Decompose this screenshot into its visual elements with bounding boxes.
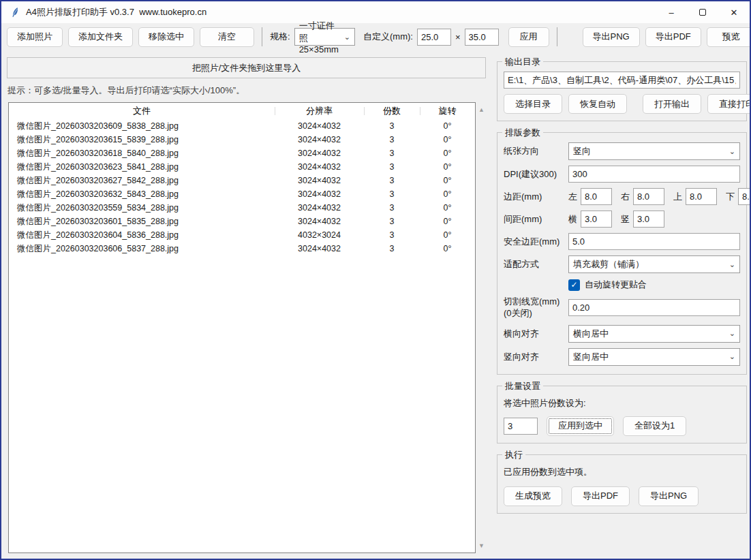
gap-label: 间距(mm): [504, 213, 568, 225]
execute-group: 执行 已应用份数到选中项。 生成预览 导出PDF 导出PNG: [497, 454, 747, 514]
auto-rotate-checkbox[interactable]: ✓: [568, 279, 580, 291]
export-png-toolbar-button[interactable]: 导出PNG: [583, 27, 640, 47]
table-row[interactable]: 微信图片_20260303203627_5842_288.jpg3024×403…: [9, 174, 475, 187]
safe-margin-input[interactable]: [568, 233, 740, 250]
cell-file: 微信图片_20260303203632_5843_288.jpg: [9, 189, 275, 200]
chevron-down-icon: ⌄: [724, 352, 735, 361]
table-row[interactable]: 微信图片_20260303203623_5841_288.jpg3024×403…: [9, 160, 475, 174]
table-row[interactable]: 微信图片_20260303203606_5837_288.jpg3024×403…: [9, 242, 475, 255]
maximize-button[interactable]: [687, 1, 718, 23]
cell-file: 微信图片_20260303203601_5835_288.jpg: [9, 216, 275, 228]
orientation-combobox[interactable]: 竖向 ⌄: [568, 142, 740, 160]
direct-print-button[interactable]: 直接打印: [707, 94, 751, 114]
margin-right-input[interactable]: [633, 188, 664, 205]
fit-mode-value: 填充裁剪（铺满）: [573, 258, 644, 270]
table-row[interactable]: 微信图片_20260303203615_5839_288.jpg3024×403…: [9, 133, 475, 146]
table-row[interactable]: 微信图片_20260303203604_5836_288.jpg4032×302…: [9, 228, 475, 242]
close-icon: ✕: [731, 7, 738, 18]
cell-file: 微信图片_20260303203618_5840_288.jpg: [9, 148, 275, 159]
spec-value: 一寸证件照 25×35mm: [299, 20, 339, 55]
orientation-label: 纸张方向: [504, 145, 568, 157]
cell-rot: 0°: [420, 162, 475, 172]
fit-mode-combobox[interactable]: 填充裁剪（铺满） ⌄: [568, 255, 740, 273]
margin-top-label: 上: [673, 191, 682, 203]
h-align-combobox[interactable]: 横向居中 ⌄: [568, 325, 740, 343]
cell-res: 4032×3024: [275, 230, 364, 240]
titlebar: A4照片排版打印助手 v0.3.7 www.tuokepro.cn – ✕: [1, 1, 750, 23]
clear-button[interactable]: 清空: [200, 27, 254, 47]
set-copies-label: 将选中照片份数设为:: [504, 397, 740, 409]
table-row[interactable]: 微信图片_20260303203559_5834_288.jpg3024×403…: [9, 201, 475, 215]
custom-height-input[interactable]: [465, 29, 499, 46]
cell-file: 微信图片_20260303203627_5842_288.jpg: [9, 175, 275, 187]
dpi-label: DPI(建议300): [504, 168, 568, 181]
window-title: A4照片排版打印助手 v0.3.7 www.tuokepro.cn: [26, 6, 206, 18]
choose-dir-button[interactable]: 选择目录: [504, 94, 562, 114]
chevron-down-icon: ⌄: [339, 33, 350, 42]
apply-spec-button[interactable]: 应用: [508, 27, 549, 47]
header-copies[interactable]: 份数: [364, 105, 420, 117]
custom-width-input[interactable]: [417, 29, 451, 46]
gap-h-label: 横: [568, 213, 577, 225]
cell-copies: 3: [364, 230, 420, 240]
spec-combobox[interactable]: 一寸证件照 25×35mm ⌄: [294, 28, 355, 46]
auto-rotate-label: 自动旋转更贴合: [585, 279, 647, 291]
table-row[interactable]: 微信图片_20260303203632_5843_288.jpg3024×403…: [9, 187, 475, 201]
cell-file: 微信图片_20260303203615_5839_288.jpg: [9, 134, 275, 146]
open-output-button[interactable]: 打开输出: [643, 94, 701, 114]
header-rotation[interactable]: 旋转: [420, 105, 475, 117]
cell-res: 3024×4032: [275, 135, 364, 144]
layout-params-group-label: 排版参数: [502, 127, 543, 139]
batch-settings-group: 批量设置 将选中照片份数设为: 应用到选中 全部设为1: [497, 386, 747, 444]
export-pdf-button[interactable]: 导出PDF: [571, 486, 630, 506]
table-row[interactable]: 微信图片_20260303203601_5835_288.jpg3024×403…: [9, 215, 475, 228]
times-sign: ×: [455, 32, 461, 42]
header-resolution[interactable]: 分辨率: [275, 105, 364, 117]
margin-left-input[interactable]: [581, 188, 612, 205]
table-row[interactable]: 微信图片_20260303203618_5840_288.jpg3024×403…: [9, 146, 475, 160]
header-file[interactable]: 文件: [9, 105, 275, 117]
gap-h-input[interactable]: [581, 211, 612, 228]
minimize-button[interactable]: –: [656, 1, 687, 23]
toolbar: 添加照片 添加文件夹 移除选中 清空 规格: 一寸证件照 25×35mm ⌄ 自…: [1, 25, 750, 49]
margin-bottom-input[interactable]: [738, 188, 751, 205]
fit-mode-label: 适配方式: [504, 258, 568, 270]
cut-line-input[interactable]: [568, 299, 740, 316]
close-button[interactable]: ✕: [718, 1, 750, 23]
maximize-icon: [699, 9, 706, 16]
table-scrollbar[interactable]: ▲ ▼: [476, 103, 487, 553]
gap-v-label: 竖: [621, 213, 630, 225]
export-pdf-toolbar-button[interactable]: 导出PDF: [645, 27, 701, 47]
h-align-value: 横向居中: [573, 328, 609, 340]
cell-res: 3024×4032: [275, 149, 364, 158]
remove-selected-button[interactable]: 移除选中: [138, 27, 194, 47]
scroll-down-icon[interactable]: ▼: [476, 540, 487, 551]
copies-input[interactable]: [504, 418, 538, 435]
h-align-label: 横向对齐: [504, 328, 568, 340]
cell-rot: 0°: [420, 121, 475, 131]
restore-auto-button[interactable]: 恢复自动: [568, 94, 627, 114]
cut-line-label-line1: 切割线宽(mm): [504, 296, 560, 307]
cell-res: 3024×4032: [275, 189, 364, 199]
gap-v-input[interactable]: [633, 211, 664, 228]
cell-rot: 0°: [420, 217, 475, 226]
margin-left-label: 左: [568, 191, 577, 203]
add-photos-button[interactable]: 添加照片: [7, 27, 63, 47]
cell-copies: 3: [364, 149, 420, 158]
margin-top-input[interactable]: [686, 188, 717, 205]
table-row[interactable]: 微信图片_20260303203609_5838_288.jpg3024×403…: [9, 119, 475, 133]
dropzone[interactable]: 把照片/文件夹拖到这里导入: [7, 57, 486, 78]
export-png-button[interactable]: 导出PNG: [639, 486, 699, 506]
set-all-to-one-button[interactable]: 全部设为1: [623, 416, 686, 436]
v-align-combobox[interactable]: 竖向居中 ⌄: [568, 348, 740, 366]
cell-rot: 0°: [420, 230, 475, 240]
generate-preview-button[interactable]: 生成预览: [504, 486, 562, 506]
apply-to-selected-button[interactable]: 应用到选中: [547, 416, 614, 436]
add-folder-button[interactable]: 添加文件夹: [68, 27, 133, 47]
scroll-up-icon[interactable]: ▲: [476, 104, 487, 115]
preview-toolbar-button[interactable]: 预览: [707, 27, 751, 47]
margin-label: 边距(mm): [504, 191, 568, 203]
output-dir-group: 输出目录 选择目录 恢复自动 打开输出 直接打印: [497, 61, 747, 121]
output-path-input[interactable]: [504, 72, 740, 89]
dpi-input[interactable]: [568, 166, 740, 183]
